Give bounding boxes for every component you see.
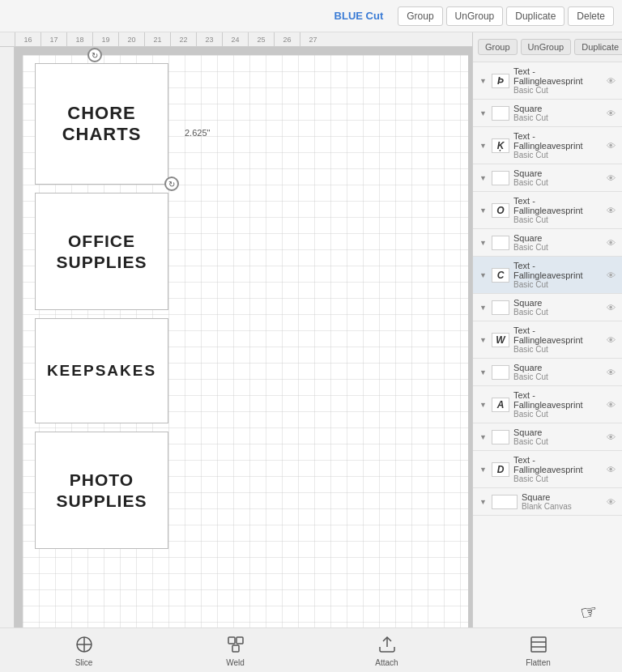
- visibility-icon[interactable]: 👁: [607, 206, 616, 215]
- handle-mid[interactable]: ↻: [164, 177, 179, 191]
- layer-icon: Ķ: [492, 138, 509, 153]
- layer-group: ▼SquareBasic Cut👁: [473, 359, 622, 386]
- layer-group: ▼OText - FallingleavesprintBasic Cut👁: [473, 192, 622, 229]
- layer-item[interactable]: ▼SquareBasic Cut👁: [473, 164, 622, 191]
- layer-item[interactable]: ▼SquareBlank Canvas👁: [473, 488, 622, 515]
- layer-item[interactable]: ▼SquareBasic Cut👁: [473, 359, 622, 385]
- layer-sublabel: Basic Cut: [513, 372, 603, 381]
- visibility-icon[interactable]: 👁: [607, 465, 616, 474]
- slice-label: Slice: [75, 658, 93, 667]
- ruler-mark: 21: [144, 32, 170, 47]
- visibility-icon[interactable]: 👁: [607, 238, 616, 248]
- visibility-icon[interactable]: 👁: [607, 400, 616, 410]
- flatten-label: Flatten: [526, 658, 551, 667]
- layer-label: Text - Fallingleavesprint: [513, 196, 603, 215]
- slice-button[interactable]: Slice: [64, 633, 104, 667]
- visibility-icon[interactable]: 👁: [607, 76, 616, 86]
- layer-item[interactable]: ▼ĶText - FallingleavesprintBasic Cut👁: [473, 127, 622, 164]
- visibility-icon[interactable]: 👁: [607, 497, 616, 507]
- layer-label: Square: [513, 298, 603, 308]
- svg-rect-3: [228, 637, 235, 644]
- layer-item[interactable]: ▼SquareBasic Cut👁: [473, 100, 622, 126]
- office-supplies-card[interactable]: OFFICESUPPLIES: [35, 193, 168, 310]
- visibility-icon[interactable]: 👁: [607, 432, 616, 442]
- visibility-icon[interactable]: 👁: [607, 108, 616, 118]
- ruler-mark: 17: [40, 32, 66, 47]
- layer-item[interactable]: ▼WText - FallingleavesprintBasic Cut👁: [473, 321, 622, 358]
- flatten-icon: [527, 633, 550, 656]
- chore-charts-card[interactable]: CHORECHARTS: [35, 63, 168, 185]
- attach-icon: [376, 633, 398, 656]
- visibility-icon[interactable]: 👁: [607, 141, 616, 151]
- canvas-workspace[interactable]: 3.58" 2.625" ↻ ↻ CHORECHARTS OFFICESUPPL…: [15, 47, 472, 627]
- layer-icon: [492, 171, 509, 185]
- layer-item[interactable]: ▼CText - FallingleavesprintBasic Cut👁: [473, 257, 622, 293]
- attach-button[interactable]: Attach: [367, 633, 407, 667]
- chevron-icon: ▼: [479, 498, 488, 506]
- panel-duplicate-button[interactable]: Duplicate: [574, 39, 622, 55]
- visibility-icon[interactable]: 👁: [607, 368, 616, 377]
- delete-button[interactable]: Delete: [568, 6, 614, 26]
- layer-label: Square: [513, 104, 603, 113]
- canvas-grid: 3.58" 2.625" ↻ ↻ CHORECHARTS OFFICESUPPL…: [23, 55, 468, 627]
- visibility-icon[interactable]: 👁: [607, 335, 616, 345]
- layer-sublabel: Basic Cut: [513, 113, 603, 122]
- visibility-icon[interactable]: 👁: [607, 173, 616, 183]
- visibility-icon[interactable]: 👁: [607, 270, 616, 280]
- photo-supplies-card[interactable]: PHOTOSUPPLIES: [35, 432, 168, 549]
- layer-item[interactable]: ▼DText - FallingleavesprintBasic Cut👁: [473, 451, 622, 487]
- attach-label: Attach: [375, 658, 398, 667]
- photo-supplies-text: PHOTOSUPPLIES: [57, 470, 147, 510]
- chevron-icon: ▼: [479, 109, 488, 117]
- svg-rect-5: [232, 645, 239, 652]
- layer-item[interactable]: ▼AText - FallingleavesprintBasic Cut👁: [473, 386, 622, 423]
- layer-group: ▼SquareBlank Canvas👁: [473, 488, 622, 516]
- ungroup-button[interactable]: UnGroup: [446, 6, 504, 26]
- layer-item[interactable]: ▼SquareBasic Cut👁: [473, 294, 622, 321]
- chevron-icon: ▼: [479, 304, 488, 312]
- layer-icon: O: [492, 203, 509, 218]
- layer-group: ▼CText - FallingleavesprintBasic Cut👁: [473, 257, 622, 294]
- chevron-icon: ▼: [479, 206, 488, 215]
- layer-group: ▼SquareBasic Cut👁: [473, 294, 622, 321]
- svg-rect-7: [531, 637, 546, 652]
- layer-item[interactable]: ▼SquareBasic Cut👁: [473, 423, 622, 450]
- weld-icon: [224, 633, 247, 656]
- weld-button[interactable]: Weld: [215, 633, 256, 667]
- layer-group: ▼SquareBasic Cut👁: [473, 164, 622, 192]
- ruler-mark: 18: [66, 32, 92, 47]
- ruler-top: 161718192021222324252627: [0, 32, 472, 47]
- panel-ungroup-button[interactable]: UnGroup: [521, 39, 572, 55]
- layer-list[interactable]: ▼ÞText - FallingleavesprintBasic Cut👁▼Sq…: [473, 62, 622, 627]
- duplicate-button[interactable]: Duplicate: [506, 6, 564, 26]
- flatten-button[interactable]: Flatten: [518, 633, 559, 667]
- canvas-area[interactable]: 161718192021222324252627 3.58" 2.625" ↻ …: [0, 32, 472, 627]
- layer-icon: [492, 236, 509, 250]
- layer-item[interactable]: ▼SquareBasic Cut👁: [473, 229, 622, 256]
- handle-top[interactable]: ↻: [87, 48, 102, 62]
- visibility-icon[interactable]: 👁: [607, 303, 616, 313]
- layer-icon: A: [492, 398, 509, 412]
- ruler-marks: 161718192021222324252627: [15, 32, 472, 47]
- blue-cut-label: BLUE Cut: [334, 10, 384, 22]
- layer-item[interactable]: ▼ÞText - FallingleavesprintBasic Cut👁: [473, 62, 622, 99]
- office-supplies-text: OFFICESUPPLIES: [57, 231, 147, 271]
- chevron-icon: ▼: [479, 174, 488, 182]
- panel-group-button[interactable]: Group: [478, 39, 518, 55]
- keepsakes-text: KEEPSAKES: [47, 362, 156, 381]
- layer-label: Text - Fallingleavesprint: [513, 131, 603, 151]
- chore-charts-text: CHORECHARTS: [62, 103, 142, 146]
- main-content: 161718192021222324252627 3.58" 2.625" ↻ …: [0, 32, 622, 627]
- keepsakes-card[interactable]: KEEPSAKES: [35, 318, 168, 423]
- layer-icon: [492, 495, 518, 509]
- toolbar-group: Group UnGroup Duplicate Delete: [398, 6, 614, 26]
- layer-icon: [492, 300, 509, 315]
- layer-label: Text - Fallingleavesprint: [513, 390, 603, 410]
- chevron-icon: ▼: [479, 77, 488, 85]
- layer-label: Text - Fallingleavesprint: [513, 66, 603, 86]
- group-button[interactable]: Group: [398, 6, 442, 26]
- layer-item[interactable]: ▼OText - FallingleavesprintBasic Cut👁: [473, 192, 622, 228]
- layer-group: ▼DText - FallingleavesprintBasic Cut👁: [473, 451, 622, 488]
- chevron-icon: ▼: [479, 142, 488, 150]
- chevron-icon: ▼: [479, 433, 488, 441]
